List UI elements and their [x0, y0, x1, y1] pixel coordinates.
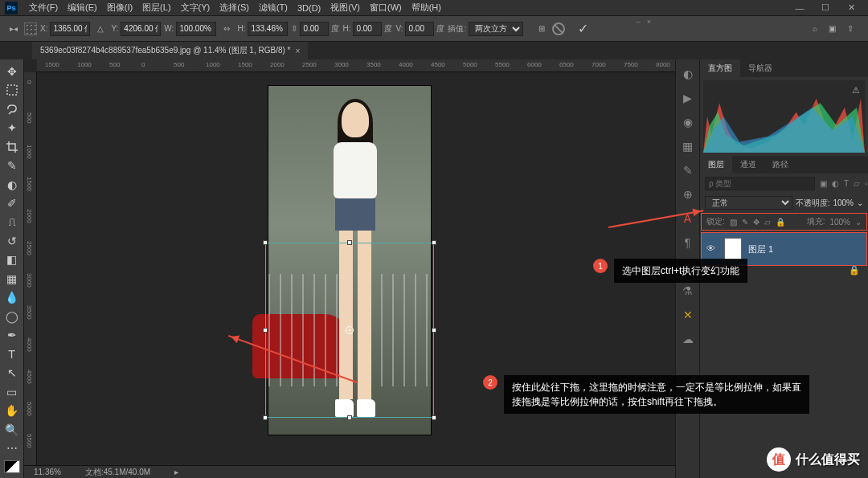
- document-size[interactable]: 文档:45.1M/40.0M: [85, 467, 150, 478]
- histogram-warning-icon[interactable]: ⚠: [852, 85, 860, 96]
- tab-close-icon[interactable]: ×: [295, 47, 300, 55]
- tab-navigator[interactable]: 导航器: [740, 59, 780, 77]
- menu-window[interactable]: 窗口(W): [365, 0, 407, 15]
- reference-point-icon[interactable]: [24, 22, 37, 35]
- fill-value[interactable]: 100%: [829, 218, 850, 227]
- lock-transparency-icon[interactable]: ▨: [730, 218, 737, 227]
- w-input[interactable]: [176, 22, 216, 36]
- color-swatch-icon[interactable]: [4, 460, 20, 473]
- interp-select[interactable]: 两次立方: [469, 22, 523, 36]
- move-tool-preset-icon[interactable]: ▸◂: [6, 22, 21, 36]
- pen-tool-icon[interactable]: ✒: [3, 329, 21, 342]
- actions-icon[interactable]: ✕: [683, 308, 693, 321]
- marquee-tool-icon[interactable]: [3, 83, 21, 96]
- canvas-area[interactable]: 1500100050005001000150020002500300035004…: [24, 59, 675, 478]
- type-tool-icon[interactable]: T: [3, 347, 21, 361]
- lock-position-icon[interactable]: ✥: [753, 218, 760, 227]
- wand-tool-icon[interactable]: ✦: [3, 121, 21, 134]
- transform-handle-br[interactable]: [432, 415, 436, 420]
- doc-close-icon[interactable]: ×: [647, 18, 651, 26]
- shape-tool-icon[interactable]: ▭: [3, 385, 21, 398]
- warp-mode-icon[interactable]: ⊞: [534, 22, 549, 36]
- menu-image[interactable]: 图像(I): [102, 0, 137, 15]
- canvas-image[interactable]: [268, 85, 432, 435]
- hand-tool-icon[interactable]: ✋: [3, 403, 21, 417]
- crop-tool-icon[interactable]: [3, 140, 21, 153]
- char-icon[interactable]: ¶: [685, 236, 691, 249]
- filter-smart-icon[interactable]: ▫: [865, 179, 868, 188]
- tab-histogram[interactable]: 直方图: [700, 59, 740, 77]
- layer-filter-input[interactable]: [705, 177, 815, 190]
- layer-name[interactable]: 图层 1: [748, 243, 773, 255]
- commit-transform-icon[interactable]: ✓: [578, 21, 588, 36]
- history-brush-icon[interactable]: ↺: [3, 234, 21, 247]
- color-icon[interactable]: ◉: [683, 116, 693, 129]
- share-icon[interactable]: ⇪: [847, 24, 854, 33]
- minimize-icon[interactable]: —: [794, 2, 805, 14]
- tab-paths[interactable]: 路径: [764, 156, 796, 174]
- properties-icon[interactable]: ⊕: [683, 188, 693, 201]
- transform-handle-tr[interactable]: [432, 240, 436, 245]
- fill-chevron-icon[interactable]: ⌄: [855, 218, 862, 227]
- menu-type[interactable]: 文字(Y): [176, 0, 215, 15]
- adjustments-icon[interactable]: ◐: [683, 67, 693, 80]
- menu-layer[interactable]: 图层(L): [137, 0, 175, 15]
- healing-tool-icon[interactable]: ◐: [3, 178, 21, 191]
- menu-filter[interactable]: 滤镜(T): [254, 0, 293, 15]
- rotate-input[interactable]: [300, 22, 329, 36]
- filter-pixel-icon[interactable]: ▣: [820, 179, 827, 188]
- lock-pixels-icon[interactable]: ✎: [742, 218, 748, 227]
- brush-tool-icon[interactable]: ✐: [3, 196, 21, 210]
- filter-adjust-icon[interactable]: ◐: [832, 179, 839, 188]
- search-icon[interactable]: ⌕: [813, 24, 817, 33]
- filter-type-icon[interactable]: T: [844, 179, 849, 188]
- menu-edit[interactable]: 编辑(E): [63, 0, 102, 15]
- doc-minimize-icon[interactable]: –: [637, 18, 641, 26]
- workspace-icon[interactable]: ▣: [829, 24, 836, 33]
- delta-icon[interactable]: △: [93, 22, 108, 36]
- stamp-tool-icon[interactable]: ⎍: [3, 215, 21, 229]
- tab-channels[interactable]: 通道: [732, 156, 764, 174]
- cloud-icon[interactable]: ☁: [682, 333, 694, 345]
- move-tool-icon[interactable]: ✥: [3, 64, 21, 78]
- cancel-transform-icon[interactable]: [552, 22, 565, 35]
- transform-handle-mr[interactable]: [432, 328, 436, 333]
- blur-tool-icon[interactable]: 💧: [3, 291, 21, 304]
- tab-layers[interactable]: 图层: [700, 156, 732, 174]
- more-tools-icon[interactable]: ⋯: [3, 441, 21, 455]
- h-input[interactable]: [248, 22, 288, 36]
- zoom-level[interactable]: 11.36%: [34, 468, 61, 476]
- menu-view[interactable]: 视图(V): [326, 0, 365, 15]
- layer-thumbnail[interactable]: [724, 238, 742, 260]
- lasso-tool-icon[interactable]: [3, 102, 21, 116]
- menu-help[interactable]: 帮助(H): [407, 0, 446, 15]
- info-icon[interactable]: ⚗: [682, 284, 693, 297]
- lock-all-icon[interactable]: 🔒: [776, 218, 785, 227]
- menu-3d[interactable]: 3D(D): [293, 2, 326, 14]
- opacity-value[interactable]: 100%: [833, 198, 854, 207]
- vskew-input[interactable]: [405, 22, 434, 36]
- close-icon[interactable]: ✕: [845, 2, 857, 14]
- blend-mode-select[interactable]: 正常: [705, 196, 792, 210]
- zoom-tool-icon[interactable]: 🔍: [3, 423, 21, 436]
- brushes-icon[interactable]: ✎: [683, 164, 693, 177]
- menu-file[interactable]: 文件(F): [24, 0, 63, 15]
- menu-select[interactable]: 选择(S): [215, 0, 254, 15]
- status-arrow-icon[interactable]: ▸: [174, 468, 178, 476]
- eraser-tool-icon[interactable]: ◧: [3, 253, 21, 267]
- document-tab[interactable]: 5369ec03f8274b4c889537fea5b635e9.jpg @ 1…: [32, 42, 308, 59]
- x-input[interactable]: [50, 22, 90, 36]
- path-select-icon[interactable]: ↖: [3, 366, 21, 380]
- dodge-tool-icon[interactable]: ◯: [3, 309, 21, 323]
- maximize-icon[interactable]: ☐: [820, 2, 831, 14]
- filter-shape-icon[interactable]: ▱: [854, 179, 860, 188]
- opacity-chevron-icon[interactable]: ⌄: [857, 198, 863, 207]
- play-icon[interactable]: ▶: [683, 92, 692, 104]
- link-icon[interactable]: ⇔: [219, 22, 234, 36]
- y-input[interactable]: [121, 22, 161, 36]
- eyedropper-tool-icon[interactable]: ✎: [3, 158, 21, 172]
- swatches-icon[interactable]: ▦: [682, 140, 693, 153]
- hskew-input[interactable]: [353, 22, 382, 36]
- lock-artboard-icon[interactable]: ▱: [764, 218, 771, 227]
- visibility-icon[interactable]: 👁: [706, 243, 718, 255]
